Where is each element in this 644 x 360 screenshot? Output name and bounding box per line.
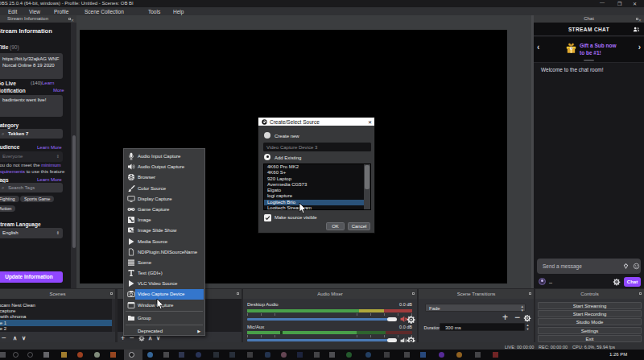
svg-text:1: 1 [571, 47, 572, 50]
